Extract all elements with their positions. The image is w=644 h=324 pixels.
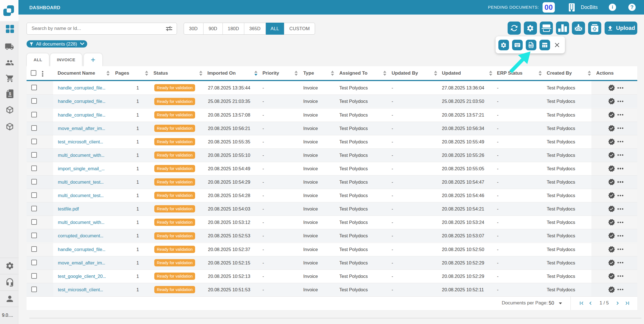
svg-text:$: $ [9,91,11,96]
svg-text:LOG: LOG [529,45,533,47]
